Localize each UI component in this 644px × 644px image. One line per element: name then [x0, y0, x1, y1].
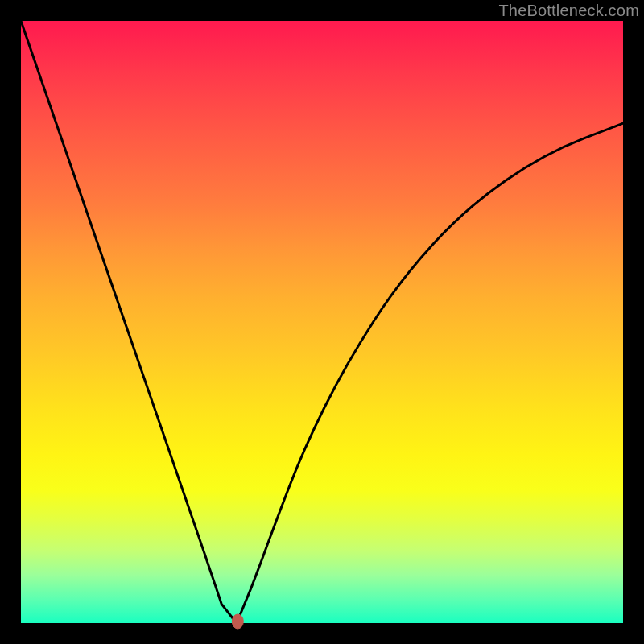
plot-area: [21, 21, 623, 623]
curve-path: [21, 21, 623, 623]
chart-svg: [21, 21, 623, 623]
watermark-text: TheBottleneck.com: [498, 2, 639, 20]
optimum-marker: [232, 614, 243, 629]
chart-frame: TheBottleneck.com: [0, 0, 644, 644]
